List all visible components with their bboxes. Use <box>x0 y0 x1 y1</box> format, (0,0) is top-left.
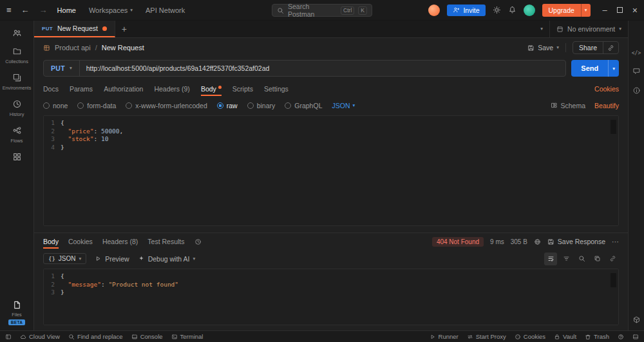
body-type-graphql[interactable]: GraphQL <box>285 102 322 109</box>
response-format-selector[interactable]: {} JSON ▾ <box>43 253 86 264</box>
save-options-chevron-icon[interactable]: ▾ <box>556 45 559 50</box>
chevron-down-icon: ▾ <box>79 256 82 261</box>
console-button[interactable]: Console <box>131 333 163 340</box>
comments-icon[interactable] <box>632 67 641 75</box>
filter-icon[interactable] <box>560 252 573 265</box>
tab-settings[interactable]: Settings <box>264 82 289 96</box>
new-tab-button[interactable]: + <box>115 21 133 37</box>
schema-button[interactable]: Schema <box>551 102 586 109</box>
close-icon[interactable]: × <box>632 6 638 15</box>
cookies-link[interactable]: Cookies <box>594 85 619 93</box>
find-replace-button[interactable]: Find and replace <box>68 333 123 340</box>
url-bar: PUT ▾ http://localhost:5000/api/products… <box>34 57 628 79</box>
vault-button[interactable]: Vault <box>554 333 576 340</box>
tab-scripts[interactable]: Scripts <box>232 82 253 96</box>
minimize-icon[interactable]: – <box>603 6 607 14</box>
terminal-button[interactable]: Terminal <box>171 333 204 340</box>
start-proxy-button[interactable]: Start Proxy <box>467 333 506 340</box>
scrollbar[interactable] <box>611 273 616 287</box>
sidebar-item-more[interactable] <box>0 152 33 162</box>
back-icon[interactable]: ← <box>21 6 30 14</box>
code-icon[interactable]: </> <box>632 50 641 56</box>
response-tab-body[interactable]: Body <box>43 234 59 249</box>
help-icon[interactable] <box>618 334 624 340</box>
response-history-icon[interactable] <box>194 238 202 245</box>
runner-button[interactable]: Runner <box>430 333 459 340</box>
save-label: Save <box>538 44 553 52</box>
vault-label: Vault <box>563 333 576 340</box>
body-type-binary[interactable]: binary <box>247 102 276 109</box>
debug-with-ai-button[interactable]: Debug with AI ▾ <box>138 255 196 263</box>
breadcrumb-collection[interactable]: Product api <box>55 44 91 52</box>
request-body-editor[interactable]: 1{2 "price": 50000,3 "stock": 104} <box>43 115 619 226</box>
preview-button[interactable]: Preview <box>95 255 129 263</box>
search-response-icon[interactable] <box>575 252 588 265</box>
expand-panel-icon[interactable] <box>632 334 639 340</box>
nav-home[interactable]: Home <box>57 6 76 14</box>
method-selector[interactable]: PUT ▾ <box>44 61 80 76</box>
search-input[interactable]: Search Postman Ctrl K <box>272 4 372 17</box>
tab-body[interactable]: Body <box>201 82 222 96</box>
nav-workspaces[interactable]: Workspaces ▾ <box>89 6 133 14</box>
tab-new-request[interactable]: PUT New Request <box>34 21 115 37</box>
url-input[interactable]: http://localhost:5000/api/products/69a14… <box>80 64 276 72</box>
wrap-text-icon[interactable] <box>544 252 557 265</box>
beautify-link[interactable]: Beautify <box>594 102 619 109</box>
response-tab-headers[interactable]: Headers (8) <box>102 234 138 249</box>
cookies-button[interactable]: Cookies <box>515 333 545 340</box>
upgrade-chevron-icon[interactable]: ▾ <box>581 4 591 17</box>
nav-api-network[interactable]: API Network <box>146 6 185 14</box>
sidebar-item-collections[interactable]: Collections <box>0 46 33 64</box>
link-icon[interactable] <box>607 44 614 52</box>
body-type-none[interactable]: none <box>43 102 68 109</box>
related-cube-icon[interactable] <box>632 316 641 324</box>
link-icon[interactable] <box>606 252 619 265</box>
cloud-view-button[interactable]: Cloud View <box>20 333 60 340</box>
trash-button[interactable]: Trash <box>585 333 609 340</box>
tab-headers[interactable]: Headers (9) <box>154 82 189 96</box>
play-icon <box>95 255 102 262</box>
forward-icon[interactable]: → <box>39 6 48 14</box>
send-button[interactable]: Send ▾ <box>571 60 619 77</box>
response-body-viewer[interactable]: 1{2 "message": "Product not found"3} <box>43 269 619 325</box>
sidebar-item-workspace[interactable] <box>0 28 33 38</box>
save-button[interactable]: Save ▾ <box>527 44 559 52</box>
body-type-raw[interactable]: raw <box>217 102 238 109</box>
menu-icon[interactable]: ≡ <box>6 6 12 14</box>
sidebar-item-history[interactable]: History <box>0 99 33 117</box>
method-label: PUT <box>51 64 65 72</box>
notifications-bell-icon[interactable] <box>508 6 516 14</box>
sidebar-item-files[interactable]: Files BETA <box>0 300 33 325</box>
sidebar-item-environments[interactable]: Environments <box>0 73 33 91</box>
account-avatar[interactable] <box>524 5 535 16</box>
scrollbar[interactable] <box>611 120 616 134</box>
radio-icon <box>126 102 132 109</box>
copy-icon[interactable] <box>591 252 603 265</box>
tab-authorization[interactable]: Authorization <box>104 82 143 96</box>
share-button[interactable]: Share <box>573 41 619 54</box>
tab-params[interactable]: Params <box>70 82 93 96</box>
response-tab-cookies[interactable]: Cookies <box>68 234 93 249</box>
upgrade-button[interactable]: Upgrade ▾ <box>542 4 591 17</box>
body-type-urlencoded[interactable]: x-www-form-urlencoded <box>126 102 207 109</box>
panel-toggle-icon[interactable] <box>5 334 12 340</box>
sidebar-item-flows[interactable]: Flows <box>0 126 33 144</box>
tab-docs[interactable]: Docs <box>43 82 59 96</box>
send-options-chevron-icon[interactable]: ▾ <box>608 60 619 77</box>
tab-list-chevron-icon[interactable]: ▾ <box>534 21 549 37</box>
settings-gear-icon[interactable] <box>493 6 501 14</box>
maximize-icon[interactable] <box>617 7 623 13</box>
cookie-icon <box>515 334 521 340</box>
more-actions-icon[interactable]: ⋯ <box>612 238 619 246</box>
response-tab-test-results[interactable]: Test Results <box>147 234 184 249</box>
info-icon[interactable] <box>632 86 641 95</box>
method-chevron-icon: ▾ <box>70 66 72 71</box>
user-avatar[interactable] <box>428 5 440 16</box>
environment-selector[interactable]: No environment ▾ <box>549 21 628 37</box>
invite-button[interactable]: Invite <box>447 5 485 16</box>
network-globe-icon[interactable] <box>534 238 541 245</box>
language-selector[interactable]: JSON ▾ <box>332 102 355 109</box>
search-placeholder: Search Postman <box>288 3 337 18</box>
save-response-button[interactable]: Save Response <box>547 238 605 245</box>
body-type-form-data[interactable]: form-data <box>77 102 116 109</box>
